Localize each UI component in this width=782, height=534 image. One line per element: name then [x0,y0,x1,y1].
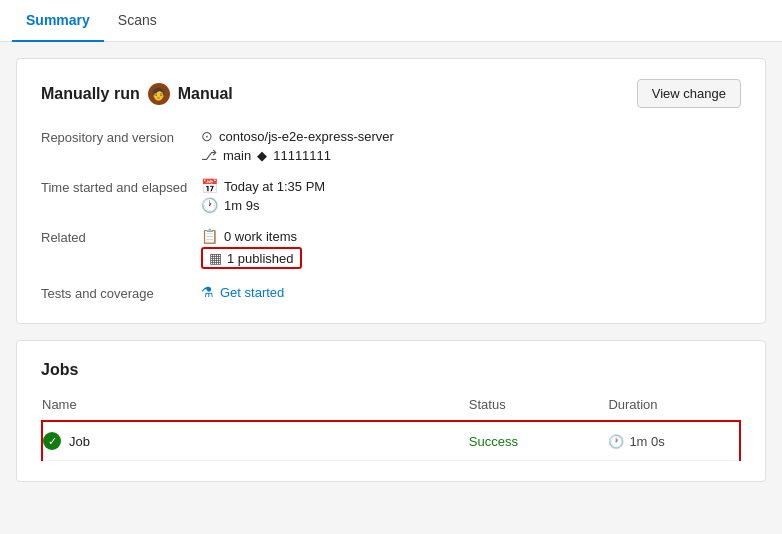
clock-icon: 🕐 [201,197,218,213]
avatar: 🧑 [148,83,170,105]
col-header-status: Status [461,391,601,421]
commit-sep: ◆ [257,148,267,163]
job-name-cell: ✓ Job [42,421,461,461]
tests-label: Tests and coverage [41,284,201,303]
tests-value: ⚗ Get started [201,284,741,303]
job-status: Success [469,434,518,449]
summary-card: Manually run 🧑 Manual View change Reposi… [16,58,766,324]
time-label: Time started and elapsed [41,178,201,216]
job-duration-cell: 🕐 1m 0s [600,421,740,461]
published-box[interactable]: ▦ 1 published [201,247,302,269]
job-duration: 1m 0s [629,434,664,449]
calendar-icon: 📅 [201,178,218,194]
col-header-duration: Duration [600,391,740,421]
repo-label: Repository and version [41,128,201,166]
summary-card-header: Manually run 🧑 Manual View change [41,79,741,108]
title-prefix: Manually run [41,85,140,103]
artifact-icon: ▦ [209,250,222,266]
github-icon: ⊙ [201,128,213,144]
flask-icon: ⚗ [201,284,214,300]
info-table: Repository and version ⊙ contoso/js-e2e-… [41,128,741,303]
get-started-link[interactable]: Get started [220,285,284,300]
work-items: 0 work items [224,229,297,244]
related-value: 📋 0 work items ▦ 1 published [201,228,741,272]
jobs-title: Jobs [41,361,741,379]
time: Today at 1:35 PM [224,179,325,194]
tab-bar: Summary Scans [0,0,782,42]
elapsed: 1m 9s [224,198,259,213]
published-text: 1 published [227,251,294,266]
summary-title: Manually run 🧑 Manual [41,83,233,105]
repo-name: contoso/js-e2e-express-server [219,129,394,144]
repo-value: ⊙ contoso/js-e2e-express-server ⎇ main ◆… [201,128,741,166]
tab-scans[interactable]: Scans [104,0,171,42]
title-suffix: Manual [178,85,233,103]
page-body: Manually run 🧑 Manual View change Reposi… [0,42,782,498]
related-label: Related [41,228,201,272]
tab-summary[interactable]: Summary [12,0,104,42]
view-change-button[interactable]: View change [637,79,741,108]
jobs-table-head: Name Status Duration [42,391,740,421]
branch-icon: ⎇ [201,147,217,163]
job-name: Job [69,434,90,449]
jobs-table: Name Status Duration ✓ Job Success [41,391,741,461]
commit: 11111111 [273,148,331,163]
col-header-name: Name [42,391,461,421]
table-row[interactable]: ✓ Job Success 🕐 1m 0s [42,421,740,461]
jobs-table-body: ✓ Job Success 🕐 1m 0s [42,421,740,461]
branch: main [223,148,251,163]
success-icon: ✓ [43,432,61,450]
duration-clock-icon: 🕐 [608,434,624,449]
time-value: 📅 Today at 1:35 PM 🕐 1m 9s [201,178,741,216]
workitems-icon: 📋 [201,228,218,244]
jobs-card: Jobs Name Status Duration ✓ Job [16,340,766,482]
job-status-cell: Success [461,421,601,461]
